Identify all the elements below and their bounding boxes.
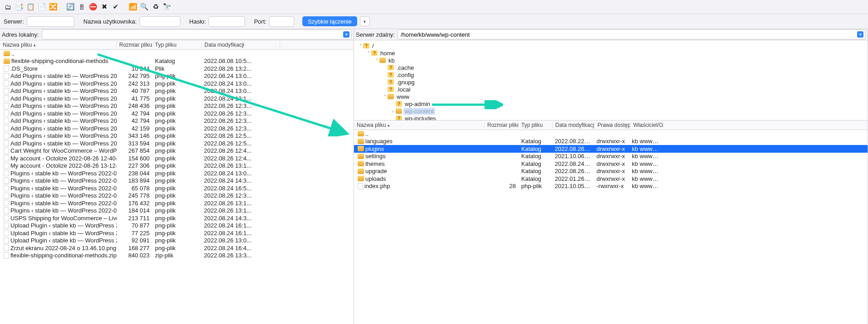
list-item[interactable]: USPS Shipping for WooCommerce – Live Rat… <box>0 214 354 222</box>
remote-icon[interactable]: 📋 <box>25 2 35 12</box>
tree-node[interactable]: ›wp-content <box>354 107 868 115</box>
port-label: Port: <box>254 18 266 25</box>
file-icon <box>4 133 9 139</box>
search-icon[interactable]: 🔍 <box>139 2 149 12</box>
filter-icon[interactable]: 🎚 <box>77 2 87 12</box>
file-icon <box>4 163 9 169</box>
list-item[interactable]: Upload Plugin ‹ stable kb — WordPress 20… <box>0 222 354 230</box>
list-item[interactable]: .DS_Store10 244Plik2022.08.26 13:2... <box>0 65 354 73</box>
list-item[interactable]: uploadsKatalog2022.01.26 1...drwxrwxr-xk… <box>354 175 868 183</box>
remote-directory-tree[interactable]: ˅?/˅?home˅kb?.cache?.config?.gnupg?.loca… <box>354 40 868 121</box>
list-item[interactable]: Add Plugins ‹ stable kb — WordPress 2022… <box>0 95 354 102</box>
local-list-header[interactable]: Nazwa pliku▴ Rozmiar pliku Typ pliku Dat… <box>0 40 354 50</box>
list-item[interactable]: Cart Weight for WooCommerce – WordPress.… <box>0 147 354 155</box>
list-item[interactable]: Add Plugins ‹ stable kb — WordPress 2022… <box>0 117 354 125</box>
tree-node[interactable]: ˅?home <box>354 49 868 57</box>
tree-node[interactable]: ?wp-includes <box>354 115 868 121</box>
list-item[interactable]: Add Plugins ‹ stable kb — WordPress 2022… <box>0 102 354 110</box>
list-item[interactable]: pluginsKatalog2022.08.26 1...drwxrwxr-xk… <box>354 145 868 153</box>
list-item[interactable]: upgradeKatalog2022.08.26 1...drwxrwxr-xk… <box>354 168 868 175</box>
unknown-folder-icon: ? <box>388 87 394 92</box>
file-icon <box>4 80 9 87</box>
list-item[interactable]: themesKatalog2022.08.24 1...drwxrwxr-xkb… <box>354 160 868 168</box>
list-item[interactable]: Add Plugins ‹ stable kb — WordPress 2022… <box>0 80 354 87</box>
list-item[interactable]: .. <box>0 50 354 58</box>
list-item[interactable]: Add Plugins ‹ stable kb — WordPress 2022… <box>0 132 354 140</box>
list-item[interactable]: languagesKatalog2022.08.22 1...drwxrwxr-… <box>354 138 868 145</box>
list-item[interactable]: Plugins ‹ stable kb — WordPress 2022-08-… <box>0 199 354 207</box>
tree-node[interactable]: ˅www <box>354 93 868 100</box>
folder-icon <box>358 139 364 144</box>
local-address-input[interactable] <box>44 31 343 39</box>
tree-twisty-icon[interactable]: ˅ <box>366 51 371 56</box>
tree-node[interactable]: ˅?/ <box>354 42 868 49</box>
tree-twisty-icon[interactable]: ˅ <box>374 58 379 63</box>
file-icon <box>4 155 9 161</box>
list-item[interactable]: flexible-shipping-conditional-methodsKat… <box>0 58 354 65</box>
password-label: Hasło: <box>189 18 206 25</box>
list-item[interactable]: flexible-shipping-conditional-methods.zi… <box>0 252 354 260</box>
list-item[interactable]: Plugins ‹ stable kb — WordPress 2022-08-… <box>0 192 354 200</box>
list-item[interactable]: Add Plugins ‹ stable kb — WordPress 2022… <box>0 87 354 95</box>
server-input[interactable] <box>27 16 74 27</box>
file-icon <box>4 110 9 116</box>
list-item[interactable]: My account - Octolize 2022-08-26 13-12-4… <box>0 162 354 170</box>
list-item[interactable]: Add Plugins ‹ stable kb — WordPress 2022… <box>0 140 354 147</box>
unknown-folder-icon: ? <box>388 79 394 85</box>
list-item[interactable]: Plugins ‹ stable kb — WordPress 2022-08-… <box>0 184 354 192</box>
quickconnect-button[interactable]: Szybkie łączenie <box>302 16 357 26</box>
file-icon <box>4 73 9 79</box>
tree-node[interactable]: ˅kb <box>354 57 868 64</box>
folder-icon <box>358 154 364 159</box>
tree-node[interactable]: ?.config <box>354 71 868 78</box>
disconnect-icon[interactable]: ✖ <box>99 2 109 12</box>
find-icon[interactable]: 🔭 <box>162 2 172 12</box>
tree-node[interactable]: ?.cache <box>354 64 868 71</box>
username-input[interactable] <box>140 16 180 27</box>
file-icon <box>4 237 9 244</box>
file-icon <box>4 252 9 259</box>
file-icon <box>4 185 9 191</box>
list-item[interactable]: Add Plugins ‹ stable kb — WordPress 2022… <box>0 125 354 132</box>
list-item[interactable]: settingsKatalog2021.10.06 1...drwxrwxr-x… <box>354 153 868 160</box>
transfer-icon[interactable]: 📶 <box>128 2 138 12</box>
list-item[interactable]: .. <box>354 130 868 138</box>
tree-twisty-icon[interactable]: › <box>390 109 396 114</box>
list-item[interactable]: Zrzut ekranu 2022-08-24 o 13.46.10.png16… <box>0 244 354 252</box>
local-icon[interactable]: 📄 <box>37 2 47 12</box>
remote-file-list[interactable]: ..languagesKatalog2022.08.22 1...drwxrwx… <box>354 130 868 324</box>
list-item[interactable]: Upload Plugin ‹ stable kb — WordPress 20… <box>0 229 354 237</box>
list-item[interactable]: Plugins ‹ stable kb — WordPress 2022-08-… <box>0 207 354 215</box>
remote-address-input[interactable] <box>400 31 857 39</box>
list-item[interactable]: Add Plugins ‹ stable kb — WordPress 2022… <box>0 73 354 80</box>
tree-node[interactable]: ?.gnupg <box>354 78 868 86</box>
tree-node[interactable]: ?.local <box>354 86 868 93</box>
quickconnect-history-button[interactable]: ▾ <box>360 16 370 26</box>
list-item[interactable]: My account - Octolize 2022-08-26 12-40-.… <box>0 155 354 162</box>
list-item[interactable]: index.php28php-plik2021.10.05 0...-rwxrw… <box>354 183 868 190</box>
unknown-folder-icon: ? <box>388 72 394 77</box>
refresh-icon[interactable]: 🔄 <box>65 2 75 12</box>
remote-list-header[interactable]: Nazwa pliku▴ Rozmiar pliku Typ pliku Dat… <box>354 121 868 130</box>
port-input[interactable] <box>269 16 294 27</box>
list-item[interactable]: Upload Plugin ‹ stable kb — WordPress 20… <box>0 237 354 245</box>
tree-twisty-icon[interactable]: ˅ <box>358 44 363 48</box>
auto-icon[interactable]: ♻ <box>150 2 160 12</box>
list-item[interactable]: Add Plugins ‹ stable kb — WordPress 2022… <box>0 110 354 117</box>
reconnect-icon[interactable]: ✔ <box>111 2 121 12</box>
local-file-list[interactable]: ..flexible-shipping-conditional-methodsK… <box>0 50 354 324</box>
queue-icon[interactable]: 📑 <box>14 2 24 12</box>
remote-address-dropdown[interactable]: ▾ <box>857 31 863 38</box>
cancel-icon[interactable]: ⛔ <box>88 2 98 12</box>
list-item[interactable]: Plugins ‹ stable kb — WordPress 2022-08-… <box>0 177 354 185</box>
local-address-dropdown[interactable]: ▾ <box>343 31 349 38</box>
tree-node[interactable]: ?wp-admin <box>354 100 868 107</box>
file-icon <box>4 65 9 72</box>
compare-icon[interactable]: 🔀 <box>48 2 58 12</box>
tree-twisty-icon[interactable]: ˅ <box>382 94 388 99</box>
list-item[interactable]: Plugins ‹ stable kb — WordPress 2022-08-… <box>0 169 354 177</box>
file-icon <box>4 140 9 146</box>
password-input[interactable] <box>209 16 245 27</box>
sitemanager-icon[interactable]: 🗂 <box>3 2 13 12</box>
file-icon <box>4 245 9 251</box>
